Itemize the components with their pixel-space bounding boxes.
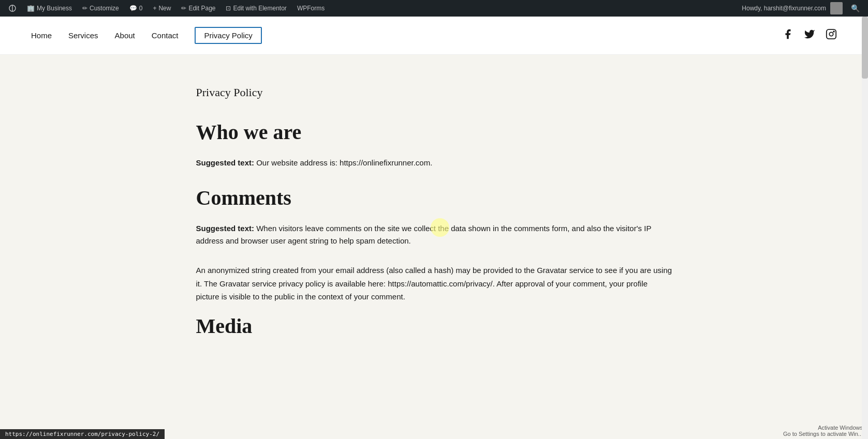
nav-about[interactable]: About — [115, 31, 135, 40]
my-business-item[interactable]: 🏢 My Business — [23, 0, 76, 17]
social-icons — [782, 28, 837, 42]
comments-item[interactable]: 💬 0 — [125, 0, 147, 17]
facebook-icon[interactable] — [782, 28, 793, 42]
comments-body-1: When visitors leave comments on the site… — [196, 224, 652, 245]
edit-icon: ✏ — [181, 5, 186, 12]
svg-rect-0 — [827, 29, 836, 39]
new-item[interactable]: + New — [149, 0, 175, 17]
who-we-are-text: Suggested text: Our website address is: … — [196, 157, 672, 169]
suggested-label-2: Suggested text: — [196, 224, 255, 233]
comments-body-2: An anonymized string created from your e… — [196, 264, 672, 304]
nav-services[interactable]: Services — [68, 31, 98, 40]
wpforms-item[interactable]: WPForms — [293, 0, 329, 17]
media-heading: Media — [196, 314, 672, 338]
twitter-icon[interactable] — [804, 28, 815, 42]
edit-page-item[interactable]: ✏ Edit Page — [177, 0, 219, 17]
comments-suggested-text: Suggested text: When visitors leave comm… — [196, 222, 672, 247]
customize-icon: ✏ — [82, 5, 87, 12]
site-header: Home Services About Contact Privacy Poli… — [0, 17, 868, 55]
comments-heading: Comments — [196, 186, 672, 210]
comments-icon: 💬 — [129, 5, 137, 12]
avatar — [830, 2, 843, 14]
nav-privacy-policy[interactable]: Privacy Policy — [195, 27, 261, 44]
elementor-icon: ⊡ — [226, 5, 231, 12]
admin-bar: 🏢 My Business ✏ Customize 💬 0 + New ✏ Ed… — [0, 0, 868, 17]
page-title: Privacy Policy — [196, 86, 672, 99]
who-we-are-body: Our website address is: https://onlinefi… — [256, 158, 432, 167]
admin-search-icon[interactable]: 🔍 — [847, 4, 864, 12]
new-icon: + — [153, 5, 156, 12]
business-icon: 🏢 — [27, 5, 35, 12]
wordpress-logo[interactable] — [4, 0, 21, 17]
customize-item[interactable]: ✏ Customize — [78, 0, 123, 17]
elementor-item[interactable]: ⊡ Edit with Elementor — [222, 0, 290, 17]
suggested-label: Suggested text: — [196, 158, 255, 167]
svg-point-1 — [829, 32, 833, 36]
scrollbar[interactable] — [862, 17, 868, 417]
main-content: Privacy Policy Who we are Suggested text… — [108, 55, 760, 392]
main-nav: Home Services About Contact Privacy Poli… — [31, 27, 262, 44]
instagram-icon[interactable] — [826, 28, 837, 42]
scrollbar-thumb[interactable] — [862, 17, 868, 79]
nav-home[interactable]: Home — [31, 31, 52, 40]
admin-bar-right: Howdy, harshit@fixrunner.com 🔍 — [742, 2, 864, 14]
who-we-are-heading: Who we are — [196, 120, 672, 144]
howdy-text: Howdy, harshit@fixrunner.com — [742, 5, 826, 12]
nav-contact[interactable]: Contact — [152, 31, 179, 40]
svg-point-2 — [833, 31, 834, 32]
